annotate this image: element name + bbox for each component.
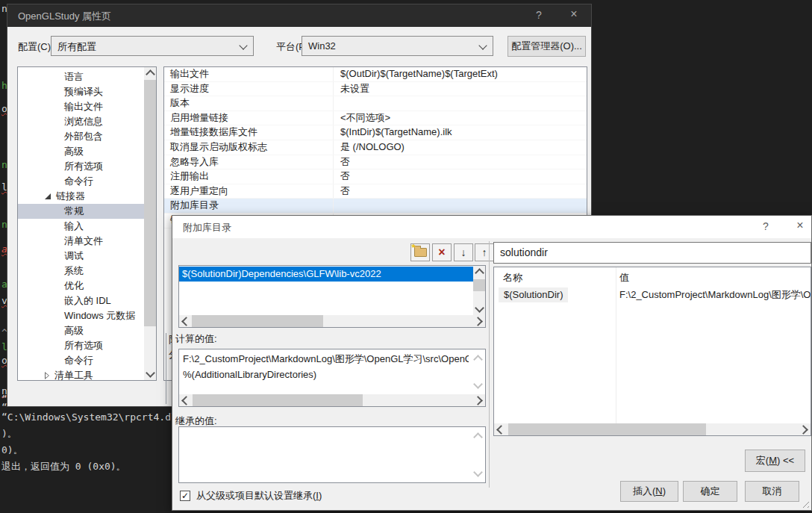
tree-item-0[interactable]: 语言 <box>18 69 144 84</box>
cancel-button[interactable]: 取消 <box>745 481 799 502</box>
list-hscrollbar[interactable] <box>179 315 485 327</box>
directories-list[interactable]: $(SolutionDir)Dependencies\GLFW\lib-vc20… <box>178 265 486 328</box>
property-row-0[interactable]: 输出文件$(OutDir)$(TargetName)$(TargetExt) <box>164 67 587 82</box>
close-icon[interactable]: × <box>565 7 583 21</box>
property-row-4[interactable]: 增量链接数据库文件$(IntDir)$(TargetName).ilk <box>164 125 587 140</box>
scrollbar-thumb[interactable] <box>144 80 156 326</box>
property-row-9[interactable]: 附加库目录 <box>164 199 587 214</box>
scroll-up-icon[interactable] <box>472 430 484 442</box>
tree-item-16[interactable]: Windows 元数据 <box>18 308 144 323</box>
property-row-1[interactable]: 显示进度未设置 <box>164 82 587 97</box>
macro-table-hscrollbar[interactable] <box>494 423 811 435</box>
property-value: 未设置 <box>333 82 587 96</box>
tree-item-label: 优化 <box>64 279 84 293</box>
tree-item-17[interactable]: 高级 <box>18 323 144 338</box>
delete-line-button[interactable]: × <box>432 243 452 261</box>
scroll-down-icon[interactable] <box>472 467 484 479</box>
tree-item-label: 常规 <box>64 204 84 219</box>
property-name: 附加库目录 <box>164 199 333 213</box>
scroll-left-icon[interactable] <box>179 315 191 327</box>
property-row-7[interactable]: 注册输出否 <box>164 170 587 184</box>
tree-item-label: 链接器 <box>56 189 85 204</box>
evaluated-value-box[interactable]: F:\2_CustomProject\MarkdownLog\图形学\OpenG… <box>178 349 486 407</box>
list-vscrollbar[interactable] <box>473 266 485 315</box>
evaluated-hscrollbar[interactable] <box>179 394 485 406</box>
tree-item-1[interactable]: 预编译头 <box>18 84 144 99</box>
tree-item-6[interactable]: 所有选项 <box>18 159 144 174</box>
tree-item-9[interactable]: 常规 <box>18 204 144 219</box>
checkbox-checked-icon[interactable]: ✓ <box>180 491 190 501</box>
scroll-up-icon[interactable] <box>473 266 485 278</box>
scrollbar-thumb[interactable] <box>193 394 363 406</box>
tree-item-15[interactable]: 嵌入的 IDL <box>18 293 144 308</box>
insert-button[interactable]: 插入(N) <box>620 481 678 502</box>
tree-item-7[interactable]: 命令行 <box>18 174 144 189</box>
console-line: )。 <box>1 426 198 442</box>
tree-item-label: 清单工具 <box>54 368 93 381</box>
tree-item-14[interactable]: 优化 <box>18 279 144 293</box>
tree-item-11[interactable]: 清单文件 <box>18 234 144 249</box>
help-icon[interactable]: ? <box>757 220 775 232</box>
expanded-arrow-icon[interactable] <box>45 193 51 199</box>
tree-item-3[interactable]: 浏览信息 <box>18 114 144 129</box>
tree-item-label: 所有选项 <box>64 159 103 174</box>
scroll-down-icon[interactable] <box>473 303 485 315</box>
tree-scrollbar[interactable] <box>144 67 156 380</box>
scrollbar-thumb[interactable] <box>508 423 706 435</box>
macro-value: F:\2_CustomProject\MarkdownLog\图形学\OpenG… <box>619 287 811 302</box>
macro-table[interactable]: 名称 值 $(SolutionDir) F:\2_CustomProject\M… <box>493 267 811 436</box>
property-row-6[interactable]: 忽略导入库否 <box>164 155 587 170</box>
inherit-checkbox-label: 从父级或项目默认设置继承(I) <box>196 489 322 503</box>
inherit-checkbox-row[interactable]: ✓ 从父级或项目默认设置继承(I) <box>180 489 322 503</box>
platform-select[interactable]: Win32 <box>302 36 493 56</box>
scroll-left-icon[interactable] <box>494 423 506 435</box>
tree-item-label: 系统 <box>64 264 84 279</box>
scroll-up-icon[interactable] <box>472 352 484 364</box>
property-value: $(OutDir)$(TargetName)$(TargetExt) <box>333 67 587 81</box>
console-line: 退出，返回值为 0 (0x0)。 <box>1 458 198 475</box>
scroll-down-icon[interactable] <box>144 368 156 380</box>
tree-item-12[interactable]: 调试 <box>18 249 144 264</box>
ok-button[interactable]: 确定 <box>683 481 737 502</box>
configuration-manager-button[interactable]: 配置管理器(O)... <box>508 36 586 57</box>
scroll-right-icon[interactable] <box>473 394 485 406</box>
tree-item-18[interactable]: 所有选项 <box>18 338 144 353</box>
help-icon[interactable]: ? <box>530 9 548 21</box>
scroll-right-icon[interactable] <box>473 315 485 327</box>
inherited-values-box[interactable] <box>178 426 486 483</box>
scrollbar-thumb[interactable] <box>192 315 323 327</box>
tree-item-2[interactable]: 输出文件 <box>18 99 144 114</box>
property-row-8[interactable]: 逐用户重定向否 <box>164 184 587 199</box>
macro-filter-input[interactable]: solutiondir <box>493 242 811 264</box>
property-row-2[interactable]: 版本 <box>164 96 587 111</box>
move-up-button[interactable]: ↑ <box>475 243 494 261</box>
tree-item-8[interactable]: 链接器 <box>18 189 144 204</box>
property-name: 逐用户重定向 <box>164 184 333 199</box>
property-row-3[interactable]: 启用增量链接<不同选项> <box>164 111 587 126</box>
collapsed-arrow-icon[interactable] <box>45 372 49 379</box>
scroll-left-icon[interactable] <box>179 394 191 406</box>
resize-grip[interactable] <box>800 499 809 508</box>
new-line-button[interactable]: * <box>410 243 430 261</box>
macros-toggle-button[interactable]: 宏(M) << <box>745 450 805 472</box>
dialog-titlebar[interactable]: OpenGLStudy 属性页 ? × <box>7 4 591 27</box>
tree-item-label: 命令行 <box>64 353 93 368</box>
tree-item-label: 所有选项 <box>64 338 103 353</box>
property-row-5[interactable]: 取消显示启动版权标志是 (/NOLOGO) <box>164 140 587 155</box>
tree-item-19[interactable]: 命令行 <box>18 353 144 368</box>
scrollbar-thumb[interactable] <box>473 279 485 291</box>
close-icon[interactable]: × <box>791 219 809 232</box>
scroll-up-icon[interactable] <box>144 67 156 79</box>
tree-item-4[interactable]: 外部包含 <box>18 129 144 144</box>
tree-item-5[interactable]: 高级 <box>18 144 144 159</box>
scroll-down-icon[interactable] <box>472 379 484 391</box>
move-down-button[interactable]: ↓ <box>454 243 473 261</box>
scroll-right-icon[interactable] <box>799 423 811 435</box>
macro-table-row[interactable]: $(SolutionDir) F:\2_CustomProject\Markdo… <box>494 287 811 304</box>
tree-item-13[interactable]: 系统 <box>18 264 144 279</box>
configuration-select[interactable]: 所有配置 <box>51 36 254 56</box>
tree-item-10[interactable]: 输入 <box>18 219 144 234</box>
dialog-titlebar[interactable]: 附加库目录 ? × <box>172 216 811 238</box>
tree-item-20[interactable]: 清单工具 <box>18 368 144 381</box>
list-item[interactable]: $(SolutionDir)Dependencies\GLFW\lib-vc20… <box>179 267 473 282</box>
